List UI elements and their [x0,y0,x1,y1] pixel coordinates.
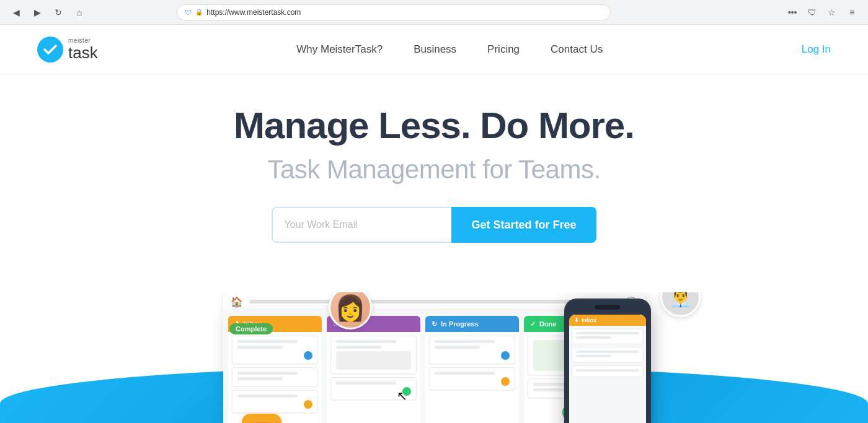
login-link[interactable]: Log In [802,43,831,56]
complete-badge: Complete [229,323,273,334]
menu-button[interactable]: ≡ [843,4,861,21]
card-line [237,340,298,343]
column-body-inbox [228,332,322,423]
column-body-progress [425,332,519,423]
address-bar[interactable]: 🛡 🔒 https://www.meistertask.com [177,4,611,20]
card-line [237,346,283,349]
phone-mockup: ⬇ Inbox [564,299,651,423]
kanban-card [429,336,515,364]
extensions-button[interactable]: ••• [784,4,801,21]
phone-inbox-header: ⬇ Inbox [569,315,646,326]
dashboard-preview: 🏠 🕐 ⬇ Inbox [0,292,868,423]
browser-menu-right[interactable]: ••• 🛡 ☆ ≡ [784,4,861,21]
email-input[interactable] [272,207,451,243]
kanban-card [232,390,318,413]
nav-links: Why MeisterTask? Business Pricing Contac… [296,43,603,56]
nav-business[interactable]: Business [414,43,456,56]
refresh-button[interactable]: ↻ [50,4,67,21]
url-text: https://www.meistertask.com [206,8,301,17]
phone-card-line [576,355,611,357]
kanban-card [330,336,417,374]
calendar-icon: 📅 [242,414,281,423]
logo[interactable]: meister task [37,37,98,63]
browser-controls[interactable]: ◀ ▶ ↻ ⌂ [7,4,88,21]
phone-card-line [576,351,639,353]
nav-contact[interactable]: Contact Us [551,43,603,56]
kanban-column-progress: ↻ In Progress [425,316,519,423]
browser-chrome: ◀ ▶ ↻ ⌂ 🛡 🔒 https://www.meistertask.com … [0,0,868,25]
nav-pricing[interactable]: Pricing [487,43,520,56]
card-line [336,346,381,349]
phone-card-line [576,336,611,339]
card-line [336,382,396,385]
hero-subtitle: Task Management for Teams. [12,155,856,185]
card-line [336,340,396,343]
card-line [435,340,495,343]
phone-card-line [576,332,639,334]
kanban-card [330,377,417,400]
forward-button[interactable]: ▶ [29,4,46,21]
card-line [435,372,495,375]
card-line [237,395,298,398]
man-circle: 👨‍💼 [660,292,701,317]
phone-card-line [576,369,639,372]
column-body-open [327,332,420,423]
phone-card [572,328,644,344]
card-line [435,346,480,349]
nav-why[interactable]: Why MeisterTask? [296,43,383,56]
kanban-column-open: ○ Open [327,316,420,423]
shield-icon: 🛡 [185,9,192,16]
logo-icon [37,37,63,63]
phone-card [572,347,644,363]
phone-notch [595,305,620,310]
bookmark-button[interactable]: ☆ [823,4,841,21]
navbar: meister task Why MeisterTask? Business P… [0,25,868,74]
cta-area: Get Started for Free [12,207,856,243]
hero-section: Manage Less. Do More. Task Management fo… [0,74,868,292]
card-line [237,377,283,380]
get-started-button[interactable]: Get Started for Free [451,207,596,243]
pocket-button[interactable]: 🛡 [804,4,821,21]
page-content: meister task Why MeisterTask? Business P… [0,25,868,423]
kanban-card [232,367,318,387]
logo-text: meister task [68,37,98,62]
lock-icon: 🔒 [195,9,203,15]
logo-task: task [68,44,98,62]
kanban-home-icon: 🏠 [231,296,243,308]
girl-avatar: 👩 [329,292,372,329]
kanban-card [429,367,515,390]
phone-screen: ⬇ Inbox [569,315,646,423]
girl-circle: 👩 [329,292,372,329]
back-button[interactable]: ◀ [7,4,25,21]
card-line [237,372,298,375]
hero-title: Manage Less. Do More. [12,105,856,146]
home-button[interactable]: ⌂ [71,4,88,21]
column-header-progress: ↻ In Progress [425,316,519,332]
man-avatar: 👨‍💼 [660,292,701,317]
kanban-card [232,336,318,364]
phone-card [572,365,644,377]
